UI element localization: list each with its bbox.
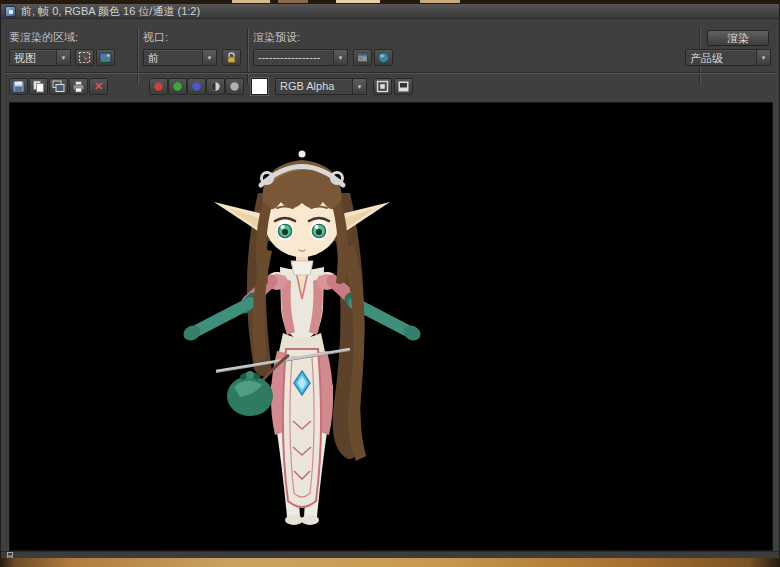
lock-icon <box>225 51 238 64</box>
chevron-down-icon: ▼ <box>333 50 347 65</box>
character-render <box>10 103 773 551</box>
clone-window-button[interactable] <box>49 78 68 95</box>
viewport-value: 前 <box>144 50 202 65</box>
clone-window-icon <box>52 80 65 93</box>
viewport-label: 视口: <box>143 30 168 45</box>
monochrome-icon <box>228 80 241 93</box>
environment-icon <box>377 51 390 64</box>
chevron-down-icon: ▼ <box>756 50 770 65</box>
app-icon <box>5 6 16 17</box>
titlebar[interactable]: 前, 帧 0, RGBA 颜色 16 位/通道 (1:2) <box>1 4 779 19</box>
area-type-value: 视图 <box>10 50 56 65</box>
toolbar: 要渲染的区域: 视口: 渲染预设: 视图 ▼ <box>1 20 779 100</box>
print-image-button[interactable] <box>69 78 88 95</box>
red-channel-toggle[interactable] <box>149 78 168 95</box>
green-channel-toggle[interactable] <box>168 78 187 95</box>
render-quality-value: 产品级 <box>686 50 756 65</box>
render-preset-label: 渲染预设: <box>253 30 300 45</box>
toolbar-separator <box>137 28 139 84</box>
window-title: 前, 帧 0, RGBA 颜色 16 位/通道 (1:2) <box>21 4 200 19</box>
chevron-down-icon: ▼ <box>56 50 70 65</box>
edit-region-icon <box>78 51 91 64</box>
toolbar-separator <box>247 28 249 84</box>
alpha-channel-toggle[interactable] <box>206 78 225 95</box>
viewport-lock-button[interactable] <box>222 49 241 66</box>
background-color-swatch[interactable] <box>251 78 268 95</box>
channel-display-value: RGB Alpha <box>276 79 352 94</box>
area-to-render-label: 要渲染的区域: <box>9 30 78 45</box>
edit-region-button[interactable] <box>75 49 94 66</box>
save-image-icon <box>12 80 25 93</box>
toggle-ui-button[interactable] <box>394 78 413 95</box>
toggle-ui-overlays-button[interactable] <box>373 78 392 95</box>
save-image-button[interactable] <box>9 78 28 95</box>
area-type-dropdown[interactable]: 视图 ▼ <box>9 49 71 66</box>
auto-region-icon <box>99 51 112 64</box>
print-image-icon <box>72 80 85 93</box>
copy-image-icon <box>32 80 45 93</box>
desktop-background-bottom <box>0 558 780 567</box>
render-setup-icon <box>356 51 369 64</box>
alpha-channel-icon <box>209 80 222 93</box>
red-channel-icon <box>152 80 165 93</box>
viewport-dropdown[interactable]: 前 ▼ <box>143 49 217 66</box>
toggle-ui-overlays-icon <box>376 80 389 93</box>
render-setup-button[interactable] <box>353 49 372 66</box>
chevron-down-icon: ▼ <box>202 50 216 65</box>
auto-region-button[interactable] <box>96 49 115 66</box>
clear-button[interactable]: ✕ <box>89 78 108 95</box>
environment-button[interactable] <box>374 49 393 66</box>
copy-image-button[interactable] <box>29 78 48 95</box>
render-preset-dropdown[interactable]: ----------------- ▼ <box>253 49 348 66</box>
render-frame-window: 前, 帧 0, RGBA 颜色 16 位/通道 (1:2) 要渲染的区域: 视口… <box>0 0 780 567</box>
toggle-ui-icon <box>397 80 410 93</box>
render-preset-value: ----------------- <box>254 50 333 65</box>
render-viewport[interactable] <box>9 102 773 551</box>
blue-channel-toggle[interactable] <box>187 78 206 95</box>
channel-display-dropdown[interactable]: RGB Alpha ▼ <box>275 78 367 95</box>
render-quality-dropdown[interactable]: 产品级 ▼ <box>685 49 771 66</box>
render-button[interactable]: 渲染 <box>707 30 769 46</box>
blue-channel-icon <box>190 80 203 93</box>
rendered-frame-dialog: 前, 帧 0, RGBA 颜色 16 位/通道 (1:2) 要渲染的区域: 视口… <box>0 3 780 558</box>
chevron-down-icon: ▼ <box>352 79 366 94</box>
monochrome-toggle[interactable] <box>225 78 244 95</box>
toolbar-row-separator <box>5 72 775 74</box>
character-body <box>181 251 423 525</box>
clear-icon: ✕ <box>94 81 103 92</box>
green-channel-icon <box>171 80 184 93</box>
